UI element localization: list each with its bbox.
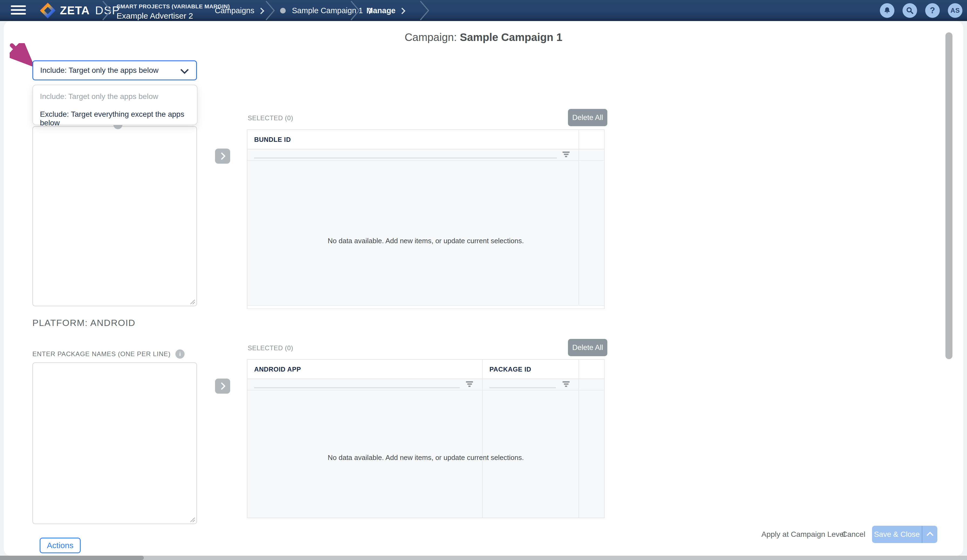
chevron-right-icon [399,8,405,14]
save-options-caret-button[interactable] [922,526,937,543]
bundle-ids-textarea[interactable] [32,126,197,306]
apply-at-campaign-level-link[interactable]: Apply at Campaign Level [761,530,845,539]
android-app-filter-input[interactable] [254,387,460,388]
top-navigation-bar: ZETA DSP SMART PROJECTS (VARIABLE MARGIN… [0,0,967,21]
page-title: Campaign: Sample Campaign 1 [0,31,967,43]
bundle-id-grid: BUNDLE ID No data available. Add new ite… [247,129,605,309]
package-id-filter-input[interactable] [489,387,556,388]
app-target-mode-select[interactable]: Include: Target only the apps below [32,60,197,80]
notifications-button[interactable] [880,3,894,18]
add-packages-arrow-button[interactable] [215,379,230,394]
app-target-mode-value: Include: Target only the apps below [40,66,158,75]
breadcrumb-campaign-label: Sample Campaign 1 [292,6,363,15]
empty-state-text: No data available. Add new items, or upd… [248,237,604,245]
empty-state-text: No data available. Add new items, or upd… [248,453,604,462]
delete-all-button[interactable]: Delete All [568,339,607,356]
breadcrumb-campaigns[interactable]: Campaigns [215,0,263,21]
grid-filter-row [248,149,604,161]
column-divider [482,360,483,518]
chevron-down-icon [180,66,188,74]
horizontal-scrollbar-thumb[interactable] [0,556,144,560]
save-and-close-split-button: Save & Close [872,526,937,543]
selected-count-label: SELECTED (0) [248,114,293,122]
save-and-close-button[interactable]: Save & Close [872,526,922,543]
selected-count-label: SELECTED (0) [248,344,293,352]
horizontal-scrollbar-track[interactable] [0,556,967,560]
vertical-scrollbar-thumb[interactable] [946,32,952,359]
bell-icon [883,7,891,15]
breadcrumb-separator [102,0,112,20]
grid-header-row: BUNDLE ID [248,130,604,149]
chevron-right-icon [218,382,226,390]
breadcrumb-separator [419,0,430,20]
search-icon [906,7,914,15]
delete-all-button[interactable]: Delete All [568,109,607,126]
campaign-status-dot [280,8,286,13]
cancel-link[interactable]: Cancel [842,530,865,539]
package-names-label: ENTER PACKAGE NAMES (ONE PER LINE) [32,350,170,358]
user-avatar[interactable]: AS [948,3,962,18]
platform-label: PLATFORM: ANDROID [32,318,135,328]
breadcrumb-campaigns-label: Campaigns [215,6,254,15]
column-divider [579,130,579,305]
chevron-up-icon [927,532,933,539]
hamburger-menu-icon[interactable] [11,5,26,16]
filter-icon[interactable] [562,152,570,158]
mode-option-exclude[interactable]: Exclude: Target everything except the ap… [40,110,197,127]
column-divider [579,360,579,518]
logo-text-primary: ZETA [60,4,90,17]
android-app-grid: ANDROID APP PACKAGE ID No data available… [247,359,605,518]
mode-option-include[interactable]: Include: Target only the apps below [40,92,158,101]
avatar-initials: AS [950,7,960,14]
project-label: SMART PROJECTS (VARIABLE MARGIN) [117,3,230,10]
zeta-diamond-icon [40,2,56,19]
grid-filter-row [248,379,604,390]
add-bundles-arrow-button[interactable] [215,148,230,164]
chevron-right-icon [218,152,226,160]
info-icon[interactable]: i [175,349,185,359]
app-root: ZETA DSP SMART PROJECTS (VARIABLE MARGIN… [0,0,967,560]
breadcrumb-manage-label: Manage [366,6,396,15]
breadcrumb-campaign[interactable]: Sample Campaign 1 [292,0,372,21]
actions-button[interactable]: Actions [40,538,81,553]
package-names-textarea[interactable] [32,362,197,524]
grid-header-row: ANDROID APP PACKAGE ID [248,360,604,379]
filter-icon[interactable] [562,381,570,388]
advertiser-name: Example Advertiser 2 [117,12,230,20]
question-mark-icon: ? [930,6,935,15]
breadcrumb-manage[interactable]: Manage [366,0,404,21]
app-target-mode-menu: Include: Target only the apps below Excl… [32,85,198,125]
column-header-bundle-id[interactable]: BUNDLE ID [254,130,291,149]
filter-icon[interactable] [465,381,474,388]
breadcrumb-advertiser-block[interactable]: SMART PROJECTS (VARIABLE MARGIN) Example… [117,3,230,20]
column-header-package-id[interactable]: PACKAGE ID [489,360,531,379]
chevron-right-icon [257,8,264,14]
grid-horizontal-scrollbar[interactable] [248,305,604,309]
search-button[interactable] [903,3,917,18]
help-button[interactable]: ? [925,3,940,18]
package-names-label-row: ENTER PACKAGE NAMES (ONE PER LINE) i [32,349,185,359]
column-header-android-app[interactable]: ANDROID APP [254,360,301,379]
breadcrumb-separator [265,0,276,20]
page-title-campaign-name: Sample Campaign 1 [460,31,562,43]
page-title-prefix: Campaign: [405,31,460,43]
bundle-id-filter-input[interactable] [254,158,557,158]
